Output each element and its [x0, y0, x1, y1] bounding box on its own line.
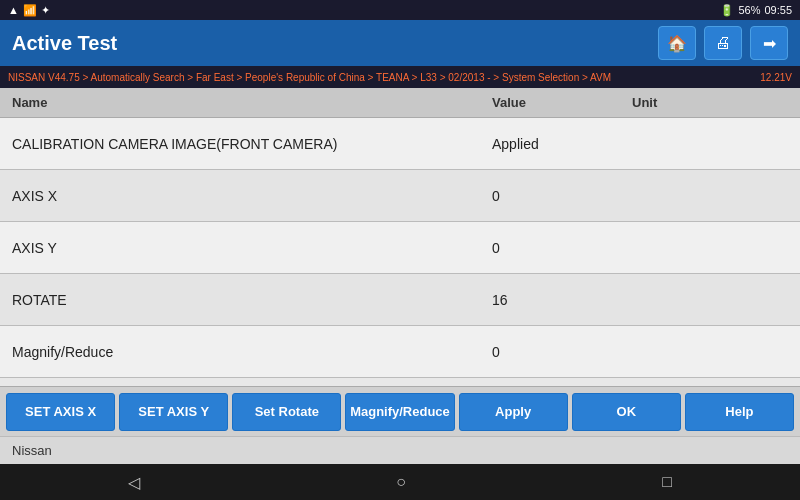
- row-value-4: 0: [480, 344, 620, 360]
- magnify-reduce-button[interactable]: Magnify/Reduce: [345, 393, 454, 431]
- page-title: Active Test: [12, 32, 650, 55]
- ok-button[interactable]: OK: [572, 393, 681, 431]
- battery-level: 56%: [738, 4, 760, 16]
- brand-label: Nissan: [12, 443, 52, 458]
- breadcrumb: NISSAN V44.75 > Automatically Search > F…: [0, 66, 800, 88]
- home-button[interactable]: 🏠: [658, 26, 696, 60]
- table-header: Name Value Unit: [0, 88, 800, 118]
- clock: 09:55: [764, 4, 792, 16]
- table-row: Magnify/Reduce 0: [0, 326, 800, 378]
- status-right: 🔋 56% 09:55: [720, 4, 792, 17]
- table-row: CALIBRATION CAMERA IMAGE(FRONT CAMERA) A…: [0, 118, 800, 170]
- table-row: ROTATE 16: [0, 274, 800, 326]
- action-buttons: SET AXIS XSET AXIS YSet RotateMagnify/Re…: [0, 386, 800, 436]
- row-value-2: 0: [480, 240, 620, 256]
- set-axis-y-button[interactable]: SET AXIS Y: [119, 393, 228, 431]
- home-nav-button[interactable]: ○: [396, 473, 406, 491]
- help-button[interactable]: Help: [685, 393, 794, 431]
- row-name-2: AXIS Y: [0, 240, 480, 256]
- apply-button[interactable]: Apply: [459, 393, 568, 431]
- row-value-1: 0: [480, 188, 620, 204]
- signal-icon: 📶: [23, 4, 37, 17]
- col-header-name: Name: [0, 95, 480, 110]
- status-bar: ▲ 📶 ✦ 🔋 56% 09:55: [0, 0, 800, 20]
- row-name-4: Magnify/Reduce: [0, 344, 480, 360]
- main-content: Name Value Unit CALIBRATION CAMERA IMAGE…: [0, 88, 800, 436]
- row-name-1: AXIS X: [0, 188, 480, 204]
- col-header-value: Value: [480, 95, 620, 110]
- table-row: AXIS Y 0: [0, 222, 800, 274]
- battery-icon: 🔋: [720, 4, 734, 17]
- breadcrumb-text: NISSAN V44.75 > Automatically Search > F…: [8, 72, 611, 83]
- android-nav-bar: ◁ ○ □: [0, 464, 800, 500]
- set-rotate-button[interactable]: Set Rotate: [232, 393, 341, 431]
- wifi-icon: ▲: [8, 4, 19, 16]
- status-left-icons: ▲ 📶 ✦: [8, 4, 50, 17]
- footer: Nissan: [0, 436, 800, 464]
- header: Active Test 🏠 🖨 ➡: [0, 20, 800, 66]
- table-body: CALIBRATION CAMERA IMAGE(FRONT CAMERA) A…: [0, 118, 800, 378]
- back-button[interactable]: ◁: [128, 473, 140, 492]
- bt-icon: ✦: [41, 4, 50, 17]
- set-axis-x-button[interactable]: SET AXIS X: [6, 393, 115, 431]
- col-header-unit: Unit: [620, 95, 800, 110]
- voltage-display: 12.21V: [760, 72, 792, 83]
- recent-button[interactable]: □: [662, 473, 672, 491]
- print-button[interactable]: 🖨: [704, 26, 742, 60]
- exit-button[interactable]: ➡: [750, 26, 788, 60]
- row-name-3: ROTATE: [0, 292, 480, 308]
- data-table: Name Value Unit CALIBRATION CAMERA IMAGE…: [0, 88, 800, 386]
- row-value-0: Applied: [480, 136, 620, 152]
- row-name-0: CALIBRATION CAMERA IMAGE(FRONT CAMERA): [0, 136, 480, 152]
- row-value-3: 16: [480, 292, 620, 308]
- table-row: AXIS X 0: [0, 170, 800, 222]
